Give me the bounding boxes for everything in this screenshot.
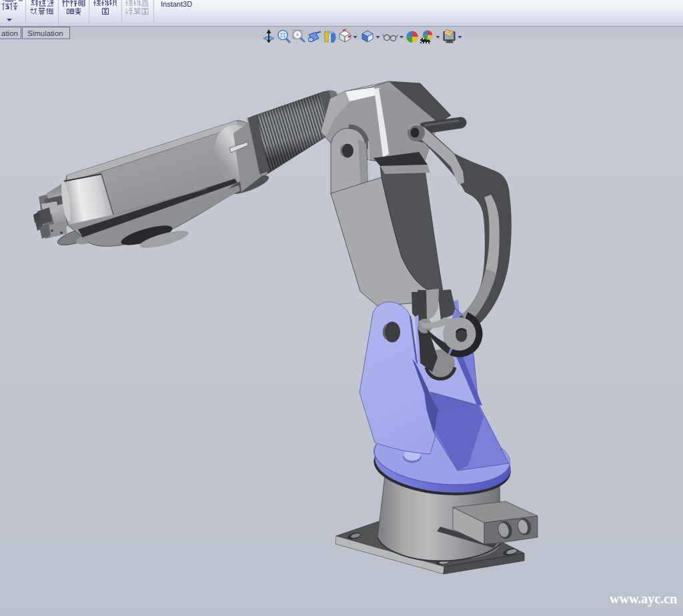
svg-text:www.ayc.cn: www.ayc.cn [610,591,677,607]
svg-text:Instant3D: Instant3D [161,0,192,8]
svg-text:Simulation: Simulation [27,29,63,37]
svg-text:ation: ation [1,29,18,37]
